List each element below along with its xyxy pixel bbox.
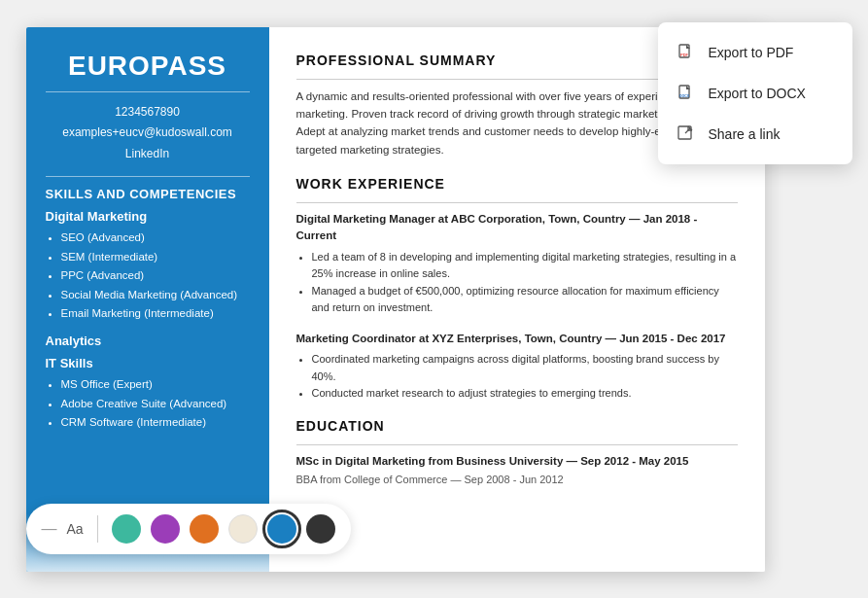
sidebar-divider-2	[46, 176, 250, 177]
skill-email: Email Marketing (Intermediate)	[61, 304, 250, 324]
color-blue[interactable]	[267, 514, 296, 544]
edu-degree-2: BBA from College of Commerce — Sep 2008 …	[296, 472, 738, 488]
pdf-icon: PDF	[676, 42, 697, 63]
dropdown-menu: PDF Export to PDF DOCX Export to DOCX	[658, 22, 852, 164]
sidebar-divider-1	[46, 91, 250, 92]
toolbar-aa: Aa	[67, 521, 84, 537]
toolbar: — Aa	[26, 504, 351, 554]
digital-marketing-title: Digital Marketing	[46, 209, 250, 224]
it-skills-list: MS Office (Expert) Adobe Creative Suite …	[46, 375, 250, 433]
it-skill-crm: CRM Software (Intermediate)	[61, 413, 250, 433]
it-skill-msoffice: MS Office (Expert)	[61, 375, 250, 395]
it-skills-title: IT Skills	[46, 356, 250, 370]
color-cream[interactable]	[228, 514, 258, 544]
digital-marketing-skills: SEO (Advanced) SEM (Intermediate) PPC (A…	[46, 229, 250, 324]
share-link-item[interactable]: Share a link	[658, 114, 852, 155]
analytics-title: Analytics	[46, 334, 250, 348]
docx-icon: DOCX	[676, 83, 697, 104]
resume-sidebar: EUROPASS 1234567890 examples+eucv@kudosw…	[26, 27, 269, 572]
job-1-bullet-2: Managed a budget of €500,000, optimizing…	[312, 283, 738, 317]
contact-phone: 1234567890	[46, 102, 250, 123]
job-2: Marketing Coordinator at XYZ Enterprises…	[296, 331, 738, 403]
education-divider	[296, 444, 738, 445]
skill-seo: SEO (Advanced)	[61, 229, 250, 248]
resume-card: EUROPASS 1234567890 examples+eucv@kudosw…	[26, 27, 765, 572]
export-docx-label: Export to DOCX	[709, 86, 806, 101]
share-link-label: Share a link	[709, 126, 781, 142]
education-title: EDUCATION	[296, 416, 738, 437]
contact-linkedin: LinkedIn	[46, 144, 250, 165]
share-icon	[676, 123, 697, 145]
job-2-bullets: Coordinated marketing campaigns across d…	[296, 351, 738, 403]
education-section: EDUCATION MSc in Digital Marketing from …	[296, 416, 738, 488]
it-skill-adobe: Adobe Creative Suite (Advanced)	[61, 395, 250, 414]
toolbar-dash: —	[42, 520, 57, 538]
resume-name: EUROPASS	[46, 51, 250, 82]
sidebar-contact: 1234567890 examples+eucv@kudoswall.com L…	[46, 102, 250, 165]
skill-smm: Social Media Marketing (Advanced)	[61, 286, 250, 305]
color-purple[interactable]	[151, 514, 180, 544]
main-container: EUROPASS 1234567890 examples+eucv@kudosw…	[17, 18, 852, 581]
work-divider	[296, 202, 738, 203]
it-skills-section: IT Skills MS Office (Expert) Adobe Creat…	[46, 356, 250, 433]
color-orange[interactable]	[190, 514, 219, 544]
color-dark[interactable]	[306, 514, 335, 544]
job-1-title: Digital Marketing Manager at ABC Corpora…	[296, 211, 738, 245]
job-1: Digital Marketing Manager at ABC Corpora…	[296, 211, 738, 317]
job-2-title: Marketing Coordinator at XYZ Enterprises…	[296, 331, 738, 347]
svg-text:DOCX: DOCX	[679, 94, 690, 98]
skill-ppc: PPC (Advanced)	[61, 266, 250, 286]
job-2-bullet-1: Coordinated marketing campaigns across d…	[312, 351, 738, 385]
color-teal[interactable]	[112, 514, 141, 544]
skills-section-title: SKILLS AND COMPETENCIES	[46, 187, 250, 201]
export-pdf-item[interactable]: PDF Export to PDF	[658, 32, 852, 73]
job-2-bullet-2: Conducted market research to adjust stra…	[312, 385, 738, 403]
export-pdf-label: Export to PDF	[709, 45, 794, 60]
job-1-bullets: Led a team of 8 in developing and implem…	[296, 249, 738, 317]
skill-sem: SEM (Intermediate)	[61, 248, 250, 267]
svg-text:PDF: PDF	[680, 53, 689, 57]
job-1-bullet-1: Led a team of 8 in developing and implem…	[312, 249, 738, 283]
work-experience-title: WORK EXPERIENCE	[296, 174, 738, 194]
contact-email: examples+eucv@kudoswall.com	[46, 123, 250, 144]
toolbar-divider	[97, 515, 98, 543]
edu-degree-1: MSc in Digital Marketing from Business U…	[296, 453, 738, 470]
export-docx-item[interactable]: DOCX Export to DOCX	[658, 73, 852, 114]
